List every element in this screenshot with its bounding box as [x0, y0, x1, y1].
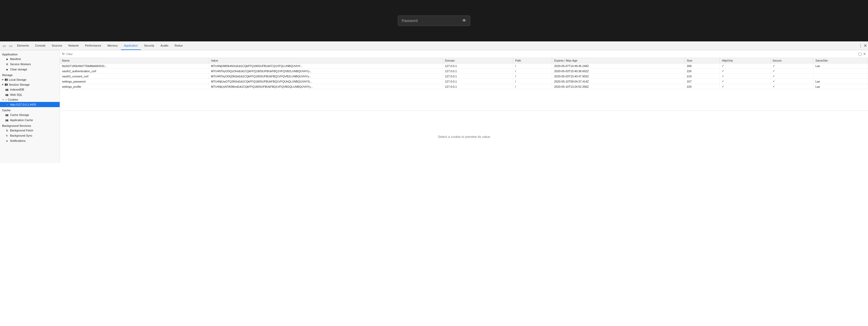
preview-area: Password 👁: [0, 0, 868, 42]
sidebar-item-web-sql[interactable]: ▮▮ Web SQL: [0, 92, 60, 97]
filter-icons: ◯ ✕: [858, 52, 866, 56]
sidebar: Application ■ Manifest ⚙ Service Workers…: [0, 50, 60, 163]
col-value[interactable]: Value: [209, 58, 443, 63]
sidebar-section-storage: Storage: [0, 72, 60, 77]
web-sql-icon: ▮▮: [5, 93, 9, 97]
filter-bar: ↻ ◯ ✕: [60, 50, 868, 58]
application-cache-icon: ▮▮: [5, 118, 9, 122]
table-row[interactable]: 8a3d27185b49d7758d8bb669331...MTU4NjI3MD…: [60, 63, 868, 69]
tab-elements[interactable]: Elements: [14, 42, 32, 50]
tabs-right: ⋮ ✕: [859, 43, 867, 48]
tab-sources[interactable]: Sources: [49, 42, 65, 50]
col-size[interactable]: Size: [685, 58, 720, 63]
cookie-preview-section: Select a cookie to preview its value: [60, 111, 868, 163]
more-tabs-icon[interactable]: ⋮: [859, 43, 863, 48]
filter-clear-icon[interactable]: ◯: [858, 52, 862, 56]
manifest-icon: ■: [5, 57, 9, 61]
devtools-root: Password 👁 ▭ ▭ Elements Console Sources …: [0, 0, 868, 163]
tab-application[interactable]: Application: [121, 42, 141, 50]
notifications-icon: ●: [5, 139, 9, 142]
col-httponly[interactable]: HttpOnly: [720, 58, 770, 63]
filter-close-icon[interactable]: ✕: [863, 52, 866, 56]
tab-security[interactable]: Security: [141, 42, 157, 50]
main-panel: ↻ ◯ ✕ Name Value Domain Path: [60, 50, 868, 163]
preview-message: Select a cookie to preview its value: [438, 135, 490, 139]
clear-storage-icon: ■: [5, 67, 9, 71]
tab-performance[interactable]: Performance: [82, 42, 104, 50]
devtools-tabs: ▭ ▭ Elements Console Sources Network Per…: [0, 42, 868, 50]
tab-memory[interactable]: Memory: [104, 42, 121, 50]
triangle-icon-2: ▶: [2, 83, 4, 86]
sidebar-group-cookies[interactable]: ▼ ○ Cookies: [0, 97, 60, 102]
triangle-icon-3: ▼: [2, 99, 4, 101]
devtools-body: Application ■ Manifest ⚙ Service Workers…: [0, 50, 868, 163]
col-secure[interactable]: Secure: [770, 58, 813, 63]
table-header-row: Name Value Domain Path Expires / Max-Age…: [60, 58, 868, 63]
table-row[interactable]: oauth2_consent_csrfMTU4NTkyODQ0N3xEdi1CQ…: [60, 74, 868, 79]
sidebar-item-service-workers[interactable]: ⚙ Service Workers: [0, 61, 60, 67]
sidebar-section-application: Application: [0, 51, 60, 56]
table-row[interactable]: settings_passwordMTU4NjUwOTQ3N3xEdi1CQkF…: [60, 79, 868, 84]
background-fetch-icon: ⇅: [5, 129, 9, 132]
cookies-data-table: Name Value Domain Path Expires / Max-Age…: [60, 58, 868, 89]
table-row[interactable]: oauth2_authentication_csrfMTU4NTkyODQzOH…: [60, 69, 868, 74]
table-row[interactable]: settings_profileMTU4NjUyNTA5MnxEdi1CQkFF…: [60, 84, 868, 89]
filter-input[interactable]: [66, 53, 857, 56]
col-path[interactable]: Path: [513, 58, 552, 63]
sidebar-item-background-sync[interactable]: ↻ Background Sync: [0, 133, 60, 138]
tab-console[interactable]: Console: [32, 42, 49, 50]
cookies-table: Name Value Domain Path Expires / Max-Age…: [60, 58, 868, 111]
sidebar-item-background-fetch[interactable]: ⇅ Background Fetch: [0, 128, 60, 133]
col-name[interactable]: Name: [60, 58, 209, 63]
col-samesite[interactable]: SameSite: [813, 58, 868, 63]
session-storage-icon: ▮▮: [5, 83, 8, 86]
sidebar-item-cookies-url[interactable]: ○ http://127.0.0.1:4455: [0, 102, 60, 107]
inspect-icon[interactable]: ▭: [1, 44, 7, 48]
cache-storage-icon: ▮▮: [5, 113, 9, 117]
cookies-url-icon: ○: [5, 103, 9, 106]
tab-redux[interactable]: Redux: [172, 42, 186, 50]
sidebar-group-local-storage[interactable]: ▶ ▮▮ Local Storage: [0, 77, 60, 82]
service-workers-icon: ⚙: [5, 62, 9, 66]
sidebar-section-cache: Cache: [0, 107, 60, 112]
sidebar-item-indexeddb[interactable]: ▮▮ IndexedDB: [0, 87, 60, 92]
sidebar-item-notifications[interactable]: ● Notifications: [0, 138, 60, 143]
refresh-icon[interactable]: ↻: [62, 52, 65, 56]
close-devtools-icon[interactable]: ✕: [864, 43, 867, 48]
tab-network[interactable]: Network: [65, 42, 82, 50]
tab-audits[interactable]: Audits: [157, 42, 172, 50]
sidebar-section-background: Background Services: [0, 123, 60, 128]
sidebar-group-session-storage[interactable]: ▶ ▮▮ Session Storage: [0, 82, 60, 87]
indexeddb-icon: ▮▮: [5, 88, 9, 91]
sidebar-item-cache-storage[interactable]: ▮▮ Cache Storage: [0, 112, 60, 117]
local-storage-icon: ▮▮: [5, 78, 8, 81]
sidebar-item-clear-storage[interactable]: ■ Clear storage: [0, 67, 60, 72]
password-label: Password: [402, 19, 462, 23]
tab-group: Elements Console Sources Network Perform…: [14, 42, 186, 50]
password-field-container: Password 👁: [398, 16, 470, 26]
sidebar-item-application-cache[interactable]: ▮▮ Application Cache: [0, 117, 60, 123]
background-sync-icon: ↻: [5, 134, 9, 137]
triangle-icon: ▶: [2, 78, 4, 81]
eye-icon[interactable]: 👁: [462, 18, 466, 23]
col-expires[interactable]: Expires / Max-Age: [552, 58, 685, 63]
cookies-icon: ○: [5, 98, 7, 101]
cookies-tbody: 8a3d27185b49d7758d8bb669331...MTU4NjI3MD…: [60, 63, 868, 89]
col-domain[interactable]: Domain: [443, 58, 513, 63]
sidebar-item-manifest[interactable]: ■ Manifest: [0, 56, 60, 61]
device-icon[interactable]: ▭: [7, 44, 14, 48]
